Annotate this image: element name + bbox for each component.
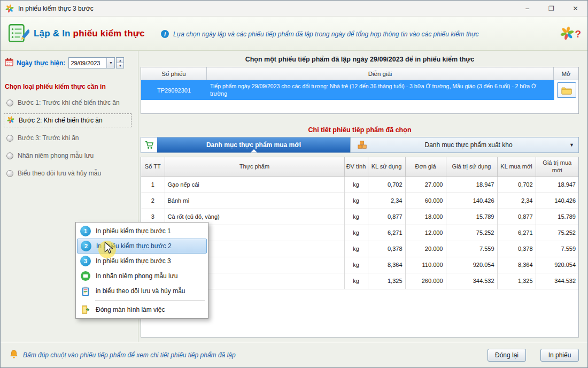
cell-unit-price: 260.000 — [405, 273, 446, 289]
app-pinwheel-icon — [5, 4, 14, 13]
window-title: In phiếu kiểm thực 3 bước — [18, 5, 94, 12]
date-dropdown-icon[interactable]: ▼ — [106, 58, 114, 68]
tab-dropdown-icon[interactable]: ▼ — [569, 142, 574, 148]
food-row[interactable]: 2 Bánh mì kg 2,34 60.000 140.426 2,34 14… — [141, 193, 578, 209]
date-input[interactable] — [69, 58, 106, 68]
cell-value-used: 344.532 — [446, 273, 497, 289]
cell-qty-new: 0,702 — [497, 177, 536, 193]
tab-new-purchase[interactable]: Danh mục thực phẩm mua mới — [141, 137, 350, 153]
date-spinner[interactable]: ▲ ▼ — [116, 57, 124, 68]
date-label: Ngày thực hiện: — [17, 59, 65, 67]
option-seal-label[interactable]: Nhãn niêm phong mẫu lưu — [4, 149, 131, 163]
food-table-header-row: Số TT Thực phẩm ĐV tính KL sử dụng Đơn g… — [141, 157, 578, 177]
cell-name: Gạo nếp cái — [165, 177, 344, 193]
option-step3[interactable]: Bước 3: Trước khi ăn — [4, 131, 131, 145]
menu-item-print-seal[interactable]: In nhãn niêm phong mẫu lưu — [77, 269, 207, 283]
cell-value-new: 7.559 — [536, 241, 578, 257]
close-button[interactable]: ✕ — [563, 1, 587, 16]
col-so-tt: Số TT — [141, 157, 165, 177]
close-screen-button[interactable]: Đóng lại — [488, 349, 526, 362]
folder-icon — [561, 86, 572, 95]
cell-tt: 2 — [141, 193, 165, 209]
menu-item-print-tracking[interactable]: in biểu theo dõi lưu và hủy mẫu — [77, 283, 207, 298]
spinner-down-icon[interactable]: ▼ — [117, 63, 123, 68]
menu-item-print-step1[interactable]: 1 In phiếu kiểm thực bước 1 — [77, 224, 207, 239]
maximize-button[interactable]: ❐ — [539, 1, 563, 16]
status-hint: Bấm đúp chuột vào phiếu tiếp phẩm để xem… — [23, 351, 236, 359]
exit-door-icon — [80, 305, 91, 315]
cell-qty-used: 0,378 — [368, 241, 405, 257]
option-tracking-sheet[interactable]: Biểu theo dõi lưu và hủy mẫu — [4, 166, 131, 180]
page-title: Lập & In phiếu kiểm thực — [34, 28, 145, 39]
window-controls: – ❐ ✕ — [515, 1, 587, 16]
col-kl-su-dung: KL sử dụng — [368, 157, 405, 177]
menu-item-print-step3[interactable]: 3 In phiếu kiểm thực bước 3 — [77, 254, 207, 269]
receipt-code: TP29092301 — [141, 80, 207, 100]
print-button[interactable]: In phiếu — [540, 349, 579, 362]
info-row: i Lựa chọn ngày lập và các phiếu tiếp ph… — [161, 30, 479, 38]
radio-icon[interactable] — [6, 99, 13, 106]
cell-qty-used: 0,877 — [368, 209, 405, 225]
date-picker[interactable]: ▼ — [68, 57, 115, 68]
col-thuc-pham: Thực phẩm — [165, 157, 344, 177]
tab-warehouse-export[interactable]: Danh mục thực phẩm xuất kho ▼ — [350, 137, 579, 153]
help-box[interactable]: ? — [560, 26, 581, 42]
cart-icon — [141, 137, 157, 152]
page-title-primary: Lập & In — [34, 28, 73, 39]
help-question-mark: ? — [575, 28, 581, 40]
cell-unit: kg — [344, 225, 368, 241]
option-label: Nhãn niêm phong mẫu lưu — [18, 152, 94, 159]
food-row[interactable]: 1 Gạo nếp cái kg 0,702 27.000 18.947 0,7… — [141, 177, 578, 193]
cell-unit-price: 12.000 — [405, 225, 446, 241]
cell-value-new: 18.947 — [536, 177, 578, 193]
cell-qty-used: 8,364 — [368, 257, 405, 273]
cell-unit: kg — [344, 241, 368, 257]
cell-value-new: 15.789 — [536, 209, 578, 225]
option-label: Bước 2: Khi chế biến thức ăn — [19, 117, 103, 124]
tab-new-purchase-label: Danh mục thực phẩm mua mới — [157, 137, 350, 152]
print-type-section-title: Chọn loại phiếu kiểm thực cần in — [5, 83, 106, 90]
cell-qty-used: 1,325 — [368, 273, 405, 289]
spinner-up-icon[interactable]: ▲ — [117, 58, 123, 63]
option-step1[interactable]: Bước 1: Trước khi chế biến thức ăn — [4, 96, 131, 110]
cell-unit-price: 20.000 — [405, 241, 446, 257]
info-text: Lựa chọn ngày lập và các phiếu tiếp phẩm… — [173, 30, 479, 38]
option-step2[interactable]: Bước 2: Khi chế biến thức ăn — [4, 113, 131, 127]
radio-icon[interactable] — [6, 152, 13, 159]
cell-value-new: 75.252 — [536, 225, 578, 241]
radio-icon[interactable] — [6, 135, 13, 142]
open-folder-button[interactable] — [557, 82, 576, 98]
cell-unit-price: 27.000 — [405, 177, 446, 193]
minimize-button[interactable]: – — [515, 1, 539, 16]
menu-item-print-step2[interactable]: 2 In phiếu kiểm thực bước 2 — [77, 239, 207, 254]
cell-value-used: 7.559 — [446, 241, 497, 257]
col-mo: Mở — [554, 67, 578, 80]
cell-qty-new: 1,325 — [497, 273, 536, 289]
cell-qty-new: 2,34 — [497, 193, 536, 209]
receipt-row-selected[interactable]: TP29092301 Tiếp phẩm ngày 29/09/2023 cho… — [141, 80, 578, 100]
print-context-menu: 1 In phiếu kiểm thực bước 1 2 In phiếu k… — [75, 222, 208, 319]
cell-unit-price: 18.000 — [405, 209, 446, 225]
cell-unit-price: 60.000 — [405, 193, 446, 209]
option-label: Biểu theo dõi lưu và hủy mẫu — [18, 170, 101, 177]
boxes-icon — [357, 140, 368, 150]
cell-qty-new: 0,378 — [497, 241, 536, 257]
cell-unit: kg — [344, 209, 368, 225]
receipt-table: Số phiếu Diễn giải Mở TP29092301 Tiếp ph… — [141, 67, 579, 114]
selected-pinwheel-icon — [7, 116, 14, 125]
cell-unit: kg — [344, 257, 368, 273]
cell-value-used: 140.426 — [446, 193, 497, 209]
menu-item-close-screen[interactable]: Đóng màn hình làm việc — [77, 302, 207, 317]
option-label: Bước 3: Trước khi ăn — [18, 134, 79, 142]
menu-item-label: In nhãn niêm phong mẫu lưu — [96, 272, 177, 280]
cell-unit-price: 110.000 — [405, 257, 446, 273]
radio-icon[interactable] — [6, 170, 13, 177]
col-so-phieu: Số phiếu — [141, 67, 207, 80]
receipt-table-header: Số phiếu Diễn giải Mở — [141, 67, 578, 80]
cell-value-used: 920.054 — [446, 257, 497, 273]
page-title-secondary: phiếu kiểm thực — [73, 28, 145, 39]
cell-value-new: 344.532 — [536, 273, 578, 289]
receipt-section-title: Chọn một phiếu tiếp phẩm đã lập ngày 29/… — [138, 56, 581, 63]
cell-unit: kg — [344, 193, 368, 209]
cell-qty-new: 0,877 — [497, 209, 536, 225]
